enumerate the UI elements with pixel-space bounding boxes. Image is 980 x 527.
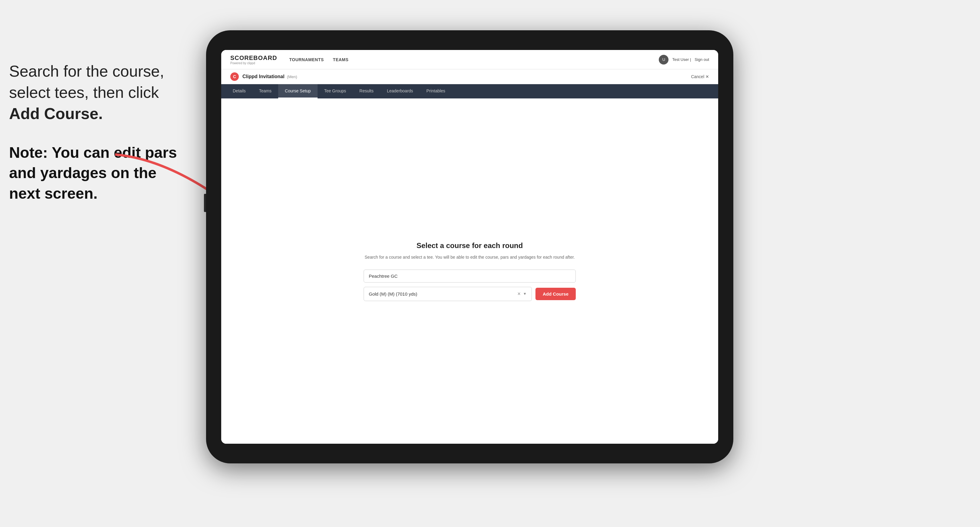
sign-out-link[interactable]: Sign out: [695, 57, 709, 62]
section-title: Select a course for each round: [364, 241, 576, 250]
nav-tournaments[interactable]: TOURNAMENTS: [289, 57, 324, 62]
add-course-button[interactable]: Add Course: [535, 288, 576, 300]
main-content: Select a course for each round Search fo…: [221, 98, 718, 444]
user-avatar: U: [659, 55, 668, 65]
note-text: Note: You can edit pars and yardages on …: [9, 143, 185, 204]
tab-details[interactable]: Details: [226, 84, 253, 98]
tab-tee-groups[interactable]: Tee Groups: [318, 84, 353, 98]
user-name: Test User |: [672, 57, 691, 62]
tee-value: Gold (M) (M) (7010 yds): [369, 291, 417, 297]
logo-area: SCOREBOARD Powered by clippd: [230, 54, 277, 65]
tournament-name: Clippd Invitational: [242, 74, 285, 79]
tab-course-setup[interactable]: Course Setup: [278, 84, 318, 98]
nav-teams[interactable]: TEAMS: [333, 57, 349, 62]
instruction-text: Search for the course, select tees, then…: [9, 60, 185, 124]
tournament-logo: C: [230, 72, 239, 81]
logo-subtitle: Powered by clippd: [230, 62, 277, 65]
tournament-header: C Clippd Invitational (Men) Cancel ✕: [221, 69, 718, 84]
tablet-shell: SCOREBOARD Powered by clippd TOURNAMENTS…: [206, 30, 733, 464]
tab-results[interactable]: Results: [353, 84, 380, 98]
instruction-panel: Search for the course, select tees, then…: [9, 60, 185, 222]
tab-nav: Details Teams Course Setup Tee Groups Re…: [221, 84, 718, 98]
tablet-screen: SCOREBOARD Powered by clippd TOURNAMENTS…: [221, 50, 718, 444]
user-area: U Test User | Sign out: [659, 55, 709, 65]
tee-row: Gold (M) (M) (7010 yds) × ▼ Add Course: [364, 287, 576, 301]
tab-leaderboards[interactable]: Leaderboards: [380, 84, 420, 98]
top-nav: SCOREBOARD Powered by clippd TOURNAMENTS…: [221, 50, 718, 69]
cancel-button[interactable]: Cancel ✕: [691, 74, 709, 79]
course-search-input[interactable]: [364, 270, 576, 283]
tee-clear-icon[interactable]: ×: [517, 291, 521, 297]
nav-links: TOURNAMENTS TEAMS: [289, 57, 659, 62]
tee-chevron-icon: ▼: [523, 292, 527, 296]
tab-printables[interactable]: Printables: [420, 84, 452, 98]
tab-teams[interactable]: Teams: [253, 84, 278, 98]
course-section: Select a course for each round Search fo…: [364, 241, 576, 301]
tee-select[interactable]: Gold (M) (M) (7010 yds) × ▼: [364, 287, 532, 301]
tournament-type: (Men): [287, 75, 297, 79]
logo-title: SCOREBOARD: [230, 54, 277, 62]
section-description: Search for a course and select a tee. Yo…: [364, 254, 576, 260]
